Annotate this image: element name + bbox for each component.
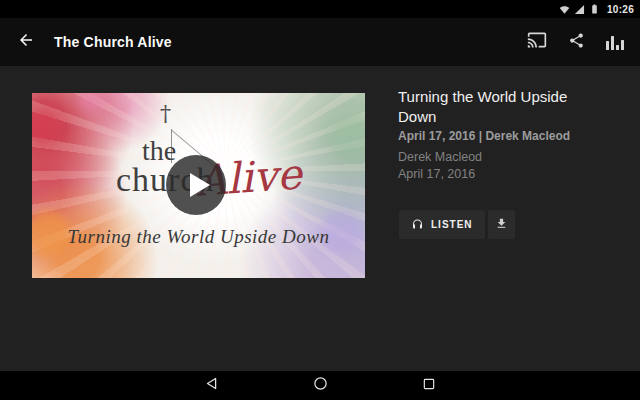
listen-button[interactable]: LISTEN <box>399 210 485 239</box>
nav-home-button[interactable] <box>312 377 329 394</box>
equalizer-icon <box>606 35 624 50</box>
nav-recents-button[interactable] <box>420 377 437 394</box>
listen-label: LISTEN <box>431 219 473 230</box>
cast-button[interactable] <box>525 30 549 54</box>
status-time: 10:26 <box>607 4 634 15</box>
episode-speaker: Derek Macleod <box>398 150 482 164</box>
episode-meta: April 17, 2016 | Derek Macleod <box>398 129 570 143</box>
status-bar: 10:26 <box>0 0 640 18</box>
android-nav-bar <box>0 371 640 400</box>
nav-home-icon <box>313 376 328 395</box>
content-area: † the church Alive Turning the World Ups… <box>0 66 640 371</box>
cast-icon <box>527 30 547 54</box>
screen: 10:26 The Church Alive <box>0 0 640 400</box>
episode-thumbnail[interactable]: † the church Alive Turning the World Ups… <box>32 93 365 278</box>
action-buttons: LISTEN <box>399 210 515 239</box>
nav-recents-icon <box>422 377 436 395</box>
headphones-icon <box>411 216 424 234</box>
download-icon <box>495 216 508 234</box>
play-icon <box>190 173 210 197</box>
nav-back-button[interactable] <box>204 377 221 394</box>
nav-back-icon <box>205 376 220 395</box>
app-bar: The Church Alive <box>0 18 640 66</box>
arrow-left-icon <box>17 31 35 53</box>
battery-icon <box>589 3 600 15</box>
back-button[interactable] <box>12 28 40 56</box>
page-title: The Church Alive <box>54 34 172 50</box>
episode-title: Turning the World Upside Down <box>398 87 588 127</box>
cell-signal-icon <box>574 4 585 15</box>
share-icon <box>568 32 585 53</box>
app-bar-actions <box>525 30 640 54</box>
wifi-icon <box>559 4 570 15</box>
download-button[interactable] <box>488 210 515 239</box>
stats-button[interactable] <box>603 30 627 54</box>
thumbnail-caption: Turning the World Upside Down <box>32 226 365 248</box>
share-button[interactable] <box>564 30 588 54</box>
play-button[interactable] <box>166 155 226 215</box>
episode-date: April 17, 2016 <box>398 167 475 181</box>
cross-icon: † <box>160 101 171 126</box>
